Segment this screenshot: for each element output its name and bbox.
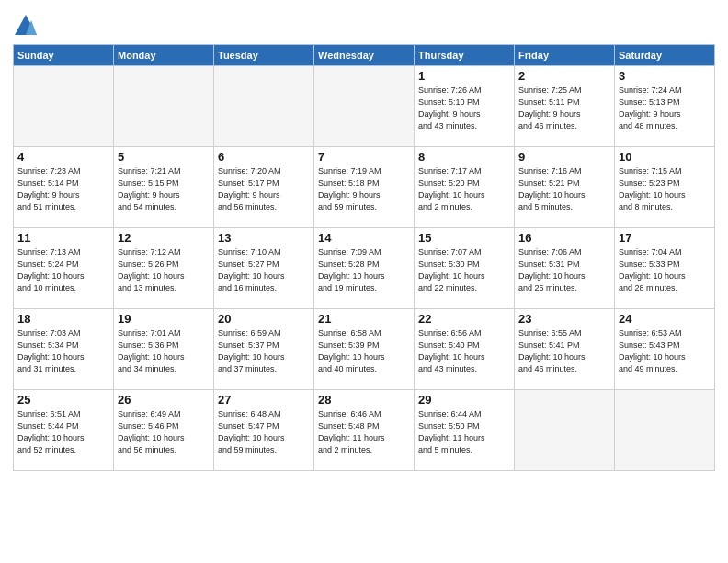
calendar-cell: 2Sunrise: 7:25 AMSunset: 5:11 PMDaylight… [515,66,615,147]
calendar-cell: 13Sunrise: 7:10 AMSunset: 5:27 PMDayligh… [214,228,314,309]
day-info: Sunrise: 6:46 AMSunset: 5:48 PMDaylight:… [318,408,410,456]
day-number: 15 [418,231,510,245]
calendar-cell [515,390,615,471]
day-info: Sunrise: 6:55 AMSunset: 5:41 PMDaylight:… [518,327,610,375]
day-info: Sunrise: 7:20 AMSunset: 5:17 PMDaylight:… [218,166,310,213]
calendar-week-5: 25Sunrise: 6:51 AMSunset: 5:44 PMDayligh… [14,390,715,471]
day-number: 1 [418,69,510,83]
calendar-cell [214,66,314,147]
calendar-cell: 9Sunrise: 7:16 AMSunset: 5:21 PMDaylight… [515,147,615,228]
calendar-cell [14,66,114,147]
day-info: Sunrise: 7:23 AMSunset: 5:14 PMDaylight:… [17,166,109,213]
day-number: 8 [418,150,510,164]
day-info: Sunrise: 6:56 AMSunset: 5:40 PMDaylight:… [418,327,510,375]
day-info: Sunrise: 7:15 AMSunset: 5:23 PMDaylight:… [619,166,711,213]
calendar-cell: 20Sunrise: 6:59 AMSunset: 5:37 PMDayligh… [214,309,314,390]
calendar-cell: 21Sunrise: 6:58 AMSunset: 5:39 PMDayligh… [314,309,415,390]
calendar-cell [314,66,415,147]
day-info: Sunrise: 6:49 AMSunset: 5:46 PMDaylight:… [118,408,210,456]
day-info: Sunrise: 7:21 AMSunset: 5:15 PMDaylight:… [118,166,210,213]
day-header-sunday: Sunday [14,45,114,66]
day-number: 5 [118,150,210,164]
header [13,9,715,39]
day-number: 21 [318,312,410,326]
logo-icon [13,13,39,39]
day-info: Sunrise: 7:04 AMSunset: 5:33 PMDaylight:… [619,247,711,294]
day-number: 28 [318,393,410,407]
calendar-cell: 14Sunrise: 7:09 AMSunset: 5:28 PMDayligh… [314,228,415,309]
calendar-cell: 7Sunrise: 7:19 AMSunset: 5:18 PMDaylight… [314,147,415,228]
calendar-cell: 29Sunrise: 6:44 AMSunset: 5:50 PMDayligh… [415,390,515,471]
day-info: Sunrise: 7:03 AMSunset: 5:34 PMDaylight:… [17,327,109,375]
calendar-cell: 10Sunrise: 7:15 AMSunset: 5:23 PMDayligh… [615,147,715,228]
day-info: Sunrise: 6:58 AMSunset: 5:39 PMDaylight:… [318,327,410,375]
calendar-cell: 24Sunrise: 6:53 AMSunset: 5:43 PMDayligh… [615,309,715,390]
day-info: Sunrise: 7:24 AMSunset: 5:13 PMDaylight:… [619,85,711,132]
day-number: 9 [518,150,610,164]
day-number: 2 [518,69,610,83]
day-number: 23 [518,312,610,326]
calendar-week-4: 18Sunrise: 7:03 AMSunset: 5:34 PMDayligh… [14,309,715,390]
calendar-cell: 22Sunrise: 6:56 AMSunset: 5:40 PMDayligh… [415,309,515,390]
day-info: Sunrise: 6:48 AMSunset: 5:47 PMDaylight:… [218,408,310,456]
calendar-cell: 27Sunrise: 6:48 AMSunset: 5:47 PMDayligh… [214,390,314,471]
day-number: 4 [17,150,109,164]
day-number: 6 [218,150,310,164]
calendar-cell: 18Sunrise: 7:03 AMSunset: 5:34 PMDayligh… [14,309,114,390]
calendar-cell: 5Sunrise: 7:21 AMSunset: 5:15 PMDaylight… [114,147,214,228]
day-info: Sunrise: 7:12 AMSunset: 5:26 PMDaylight:… [118,247,210,294]
page-container: SundayMondayTuesdayWednesdayThursdayFrid… [0,0,728,478]
day-header-saturday: Saturday [615,45,715,66]
day-info: Sunrise: 7:06 AMSunset: 5:31 PMDaylight:… [518,247,610,294]
day-header-monday: Monday [114,45,214,66]
day-number: 20 [218,312,310,326]
day-number: 18 [17,312,109,326]
calendar-cell [615,390,715,471]
calendar-week-1: 1Sunrise: 7:26 AMSunset: 5:10 PMDaylight… [14,66,715,147]
day-number: 13 [218,231,310,245]
day-info: Sunrise: 6:59 AMSunset: 5:37 PMDaylight:… [218,327,310,375]
day-info: Sunrise: 7:16 AMSunset: 5:21 PMDaylight:… [518,166,610,213]
calendar-cell: 15Sunrise: 7:07 AMSunset: 5:30 PMDayligh… [415,228,515,309]
day-number: 14 [318,231,410,245]
day-info: Sunrise: 7:17 AMSunset: 5:20 PMDaylight:… [418,166,510,213]
calendar-cell: 6Sunrise: 7:20 AMSunset: 5:17 PMDaylight… [214,147,314,228]
day-info: Sunrise: 7:26 AMSunset: 5:10 PMDaylight:… [418,85,510,132]
day-info: Sunrise: 7:07 AMSunset: 5:30 PMDaylight:… [418,247,510,294]
calendar-table: SundayMondayTuesdayWednesdayThursdayFrid… [13,44,715,471]
day-number: 27 [218,393,310,407]
calendar-cell: 1Sunrise: 7:26 AMSunset: 5:10 PMDaylight… [415,66,515,147]
day-number: 3 [619,69,711,83]
day-info: Sunrise: 7:10 AMSunset: 5:27 PMDaylight:… [218,247,310,294]
calendar-cell: 16Sunrise: 7:06 AMSunset: 5:31 PMDayligh… [515,228,615,309]
calendar-cell: 28Sunrise: 6:46 AMSunset: 5:48 PMDayligh… [314,390,415,471]
day-number: 16 [518,231,610,245]
day-info: Sunrise: 6:44 AMSunset: 5:50 PMDaylight:… [418,408,510,456]
calendar-cell: 25Sunrise: 6:51 AMSunset: 5:44 PMDayligh… [14,390,114,471]
calendar-cell: 8Sunrise: 7:17 AMSunset: 5:20 PMDaylight… [415,147,515,228]
day-info: Sunrise: 7:01 AMSunset: 5:36 PMDaylight:… [118,327,210,375]
day-header-wednesday: Wednesday [314,45,415,66]
day-number: 17 [619,231,711,245]
day-number: 29 [418,393,510,407]
calendar-cell [114,66,214,147]
calendar-cell: 26Sunrise: 6:49 AMSunset: 5:46 PMDayligh… [114,390,214,471]
day-info: Sunrise: 7:19 AMSunset: 5:18 PMDaylight:… [318,166,410,213]
day-info: Sunrise: 7:09 AMSunset: 5:28 PMDaylight:… [318,247,410,294]
day-number: 10 [619,150,711,164]
day-number: 7 [318,150,410,164]
day-number: 11 [17,231,109,245]
day-number: 24 [619,312,711,326]
calendar-cell: 11Sunrise: 7:13 AMSunset: 5:24 PMDayligh… [14,228,114,309]
day-info: Sunrise: 7:13 AMSunset: 5:24 PMDaylight:… [17,247,109,294]
calendar-cell: 12Sunrise: 7:12 AMSunset: 5:26 PMDayligh… [114,228,214,309]
day-info: Sunrise: 7:25 AMSunset: 5:11 PMDaylight:… [518,85,610,132]
day-number: 25 [17,393,109,407]
logo [13,13,40,39]
calendar-cell: 3Sunrise: 7:24 AMSunset: 5:13 PMDaylight… [615,66,715,147]
calendar-cell: 19Sunrise: 7:01 AMSunset: 5:36 PMDayligh… [114,309,214,390]
day-number: 12 [118,231,210,245]
day-number: 22 [418,312,510,326]
calendar-week-3: 11Sunrise: 7:13 AMSunset: 5:24 PMDayligh… [14,228,715,309]
day-number: 19 [118,312,210,326]
